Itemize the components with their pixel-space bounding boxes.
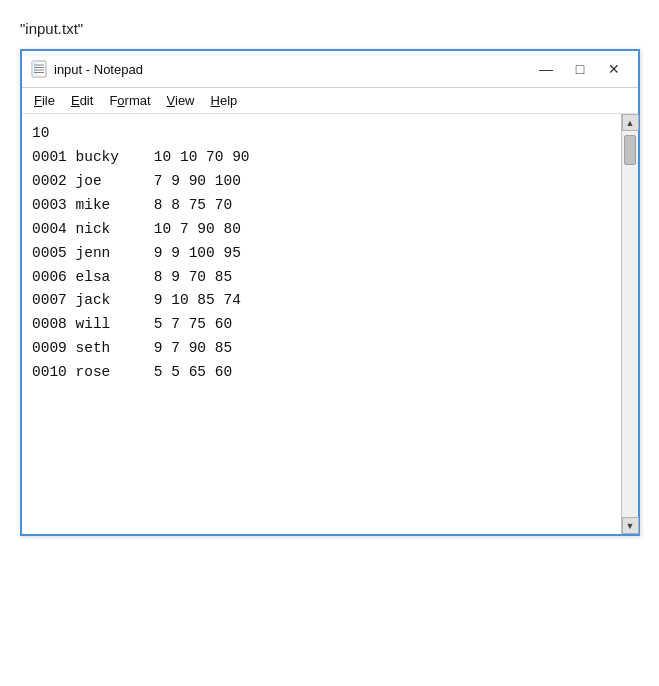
scroll-down-arrow[interactable]: ▼ (622, 517, 639, 534)
window-controls: — □ ✕ (530, 57, 630, 81)
scroll-up-arrow[interactable]: ▲ (622, 114, 639, 131)
scrollbar: ▲ ▼ (621, 114, 638, 534)
window-title: input - Notepad (54, 62, 530, 77)
editor-area: 10 0001 bucky 10 10 70 90 0002 joe 7 9 9… (22, 114, 638, 534)
maximize-button[interactable]: □ (564, 57, 596, 81)
title-bar: input - Notepad — □ ✕ (22, 51, 638, 88)
menu-bar: File Edit Format View Help (22, 88, 638, 114)
notepad-window: input - Notepad — □ ✕ File Edit Format V… (20, 49, 640, 536)
file-caption: "input.txt" (20, 20, 639, 37)
menu-file[interactable]: File (26, 90, 63, 111)
scrollbar-thumb[interactable] (624, 135, 636, 165)
svg-rect-1 (32, 61, 37, 77)
minimize-button[interactable]: — (530, 57, 562, 81)
app-icon (30, 60, 48, 78)
scrollbar-track[interactable] (622, 131, 638, 517)
menu-edit[interactable]: Edit (63, 90, 101, 111)
menu-help[interactable]: Help (203, 90, 246, 111)
close-button[interactable]: ✕ (598, 57, 630, 81)
text-content[interactable]: 10 0001 bucky 10 10 70 90 0002 joe 7 9 9… (22, 114, 621, 534)
menu-format[interactable]: Format (101, 90, 158, 111)
menu-view[interactable]: View (159, 90, 203, 111)
